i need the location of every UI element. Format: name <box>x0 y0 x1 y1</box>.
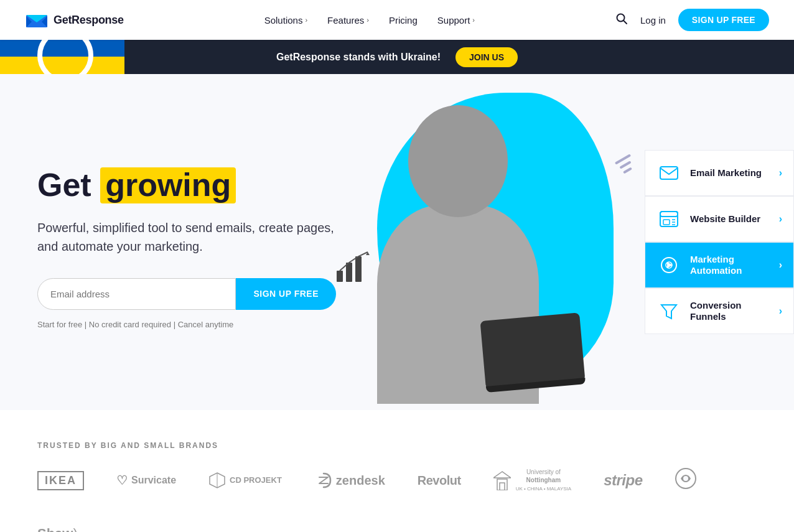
nottingham-logo: University ofNottinghamUK • CHINA • MALA… <box>493 468 571 492</box>
feature-card-conversion-funnels[interactable]: Conversion Funnels › <box>645 288 794 334</box>
feature-title: Website Builder <box>690 213 770 225</box>
svg-line-6 <box>624 21 627 24</box>
hero-section: Get growing Powerful, simplified tool to… <box>0 74 794 410</box>
logo-text: GetResponse <box>54 14 124 27</box>
svg-rect-8 <box>346 263 352 282</box>
svg-rect-14 <box>663 220 670 225</box>
feature-title: Email Marketing <box>690 167 770 179</box>
nav-pricing[interactable]: Pricing <box>389 15 418 26</box>
chevron-icon: › <box>472 16 475 24</box>
logo[interactable]: GetResponse <box>25 11 124 29</box>
login-button[interactable]: Log in <box>640 15 666 26</box>
signup-button[interactable]: SIGN UP FREE <box>678 9 769 31</box>
feature-card-email-marketing[interactable]: Email Marketing › <box>645 150 794 196</box>
brands-section: TRUSTED BY BIG AND SMALL BRANDS IKEA ♡ S… <box>0 410 794 532</box>
nav-solutions[interactable]: Solutions › <box>264 15 307 26</box>
hero-image <box>358 74 632 410</box>
svg-rect-7 <box>337 271 343 282</box>
svg-rect-9 <box>355 256 362 282</box>
brands-row: IKEA ♡ Survicate CD PROJEKT zendesk Revo… <box>37 467 757 532</box>
chevron-right-icon: › <box>779 259 782 271</box>
hero-title: Get growing <box>37 167 336 203</box>
brands-label: TRUSTED BY BIG AND SMALL BRANDS <box>37 441 757 450</box>
nav-support[interactable]: Support › <box>437 15 475 26</box>
svg-point-27 <box>683 476 688 481</box>
ukraine-banner: GetResponse stands with Ukraine! JOIN US <box>0 40 794 74</box>
feature-card-marketing-automation[interactable]: Marketing Automation › <box>645 242 794 288</box>
svg-marker-24 <box>493 472 511 478</box>
shaw-logo: Shaw) <box>37 526 78 532</box>
marketing-automation-icon <box>656 253 681 278</box>
flag-art <box>0 40 124 74</box>
revolut-logo: Revolut <box>418 474 461 488</box>
svg-rect-23 <box>497 479 507 490</box>
stripe-logo: stripe <box>604 472 642 489</box>
feature-title: Marketing Automation <box>690 254 770 276</box>
nav-features[interactable]: Features › <box>327 15 369 26</box>
hero-signup-button[interactable]: SIGN UP FREE <box>236 278 336 310</box>
feature-title: Conversion Funnels <box>690 300 770 322</box>
chevron-icon: › <box>367 16 369 24</box>
hero-content: Get growing Powerful, simplified tool to… <box>37 167 336 329</box>
chart-decoration <box>334 249 374 286</box>
chevron-right-icon: › <box>779 306 782 317</box>
conversion-funnels-icon <box>656 299 681 324</box>
ukraine-text: GetResponse stands with Ukraine! <box>276 52 441 63</box>
feature-card-website-builder[interactable]: Website Builder › <box>645 196 794 242</box>
nav-links: Solutions › Features › Pricing Support › <box>264 15 475 26</box>
person-figure <box>358 105 570 410</box>
zendesk-logo: zendesk <box>314 471 385 490</box>
hero-fine-print: Start for free | No credit card required… <box>37 320 336 329</box>
ikea-logo: IKEA <box>37 471 84 490</box>
survicate-logo: ♡ Survicate <box>116 473 176 488</box>
carrefour-logo <box>675 467 697 493</box>
chevron-right-icon: › <box>779 167 782 179</box>
cdprojekt-logo: CD PROJEKT <box>208 472 282 489</box>
hero-subtitle: Powerful, simplified tool to send emails… <box>37 218 336 256</box>
chevron-icon: › <box>305 16 307 24</box>
feature-cards: Email Marketing › Website Builder › <box>645 150 794 334</box>
svg-rect-25 <box>500 483 505 490</box>
svg-marker-21 <box>661 305 676 319</box>
decorative-dashes <box>614 155 632 175</box>
nav-actions: Log in SIGN UP FREE <box>615 9 769 31</box>
email-input[interactable] <box>37 278 236 310</box>
search-icon[interactable] <box>615 12 628 28</box>
navbar: GetResponse Solutions › Features › Prici… <box>0 0 794 40</box>
website-builder-icon <box>656 207 681 231</box>
join-us-button[interactable]: JOIN US <box>455 47 518 67</box>
title-highlight: growing <box>100 167 236 203</box>
chevron-right-icon: › <box>779 213 782 225</box>
email-marketing-icon <box>656 161 681 185</box>
hero-form: SIGN UP FREE <box>37 278 336 310</box>
svg-rect-13 <box>660 212 678 217</box>
svg-rect-11 <box>660 167 678 179</box>
